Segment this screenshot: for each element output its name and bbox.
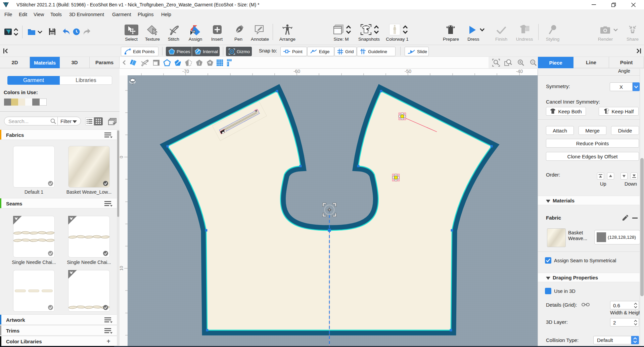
svg-text:-60: -60 <box>293 69 300 74</box>
svg-text:-70: -70 <box>182 69 189 74</box>
svg-text:-50: -50 <box>405 69 411 74</box>
svg-text:i: i <box>199 61 200 66</box>
svg-text:0: 0 <box>120 156 124 158</box>
svg-text:-40: -40 <box>516 69 523 74</box>
svg-text:10: 10 <box>120 266 124 271</box>
